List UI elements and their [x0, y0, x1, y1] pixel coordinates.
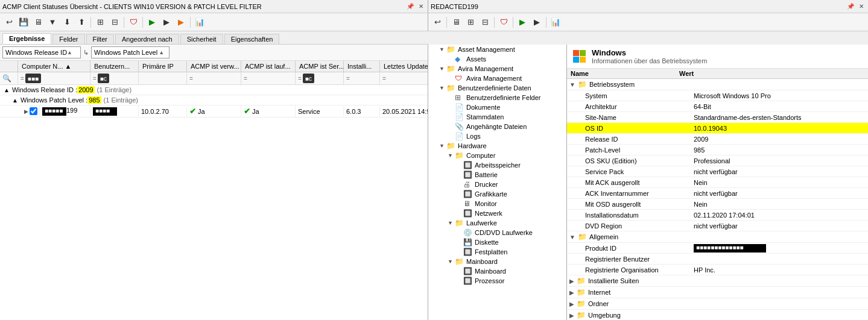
section-internet[interactable]: ▶ 📁 Internet [567, 287, 868, 298]
section-arrow3[interactable]: ▶ [569, 278, 574, 284]
prop-val: Professional [690, 157, 868, 165]
apps-btn[interactable]: ⊟ [108, 16, 121, 29]
tab-angeordnet[interactable]: Angeordnet nach [115, 34, 179, 44]
search-user[interactable]: = ■c [90, 72, 139, 84]
chart-btn[interactable]: 📊 [193, 16, 206, 29]
r-apps-btn[interactable]: ⊟ [478, 16, 492, 29]
network-btn[interactable]: 🖥 [31, 16, 45, 29]
section-arrow5[interactable]: ▶ [569, 301, 574, 307]
tab-ergebnisse[interactable]: Ergebnisse [2, 33, 51, 44]
col-name[interactable]: Computer N... ▲ [18, 61, 90, 72]
filter-release-id[interactable]: Windows Release ID ▲ [2, 46, 81, 58]
tree-assets[interactable]: ◆ Assets [428, 54, 566, 64]
tree-avira[interactable]: 🛡 Avira Management [428, 74, 566, 83]
tree-grafikkarte[interactable]: 🔲 Grafikkarte [428, 189, 566, 199]
tree-laufwerke-folder[interactable]: ▼ 📁 Laufwerke [428, 218, 566, 228]
r-chart-btn[interactable]: 📊 [549, 16, 562, 29]
tree-toggle[interactable]: ▼ [439, 46, 446, 52]
play3-btn[interactable]: ▶ [174, 16, 188, 29]
tree-avira-folder[interactable]: ▼ 📁 Avira Management [428, 64, 566, 74]
section-umgebung[interactable]: ▶ 📁 Umgebung [567, 310, 868, 320]
right-pin-btn[interactable]: 📌 [845, 3, 856, 10]
tree-toggle[interactable]: ▼ [448, 152, 455, 158]
col-ser[interactable]: ACMP ist Ser... [296, 61, 344, 72]
section-betriebssystem[interactable]: ▼ 📁 Betriebssystem [567, 79, 868, 90]
right-close-btn[interactable]: ✕ [857, 3, 866, 10]
tree-toggle[interactable]: ▼ [448, 220, 455, 226]
up-btn[interactable]: ⬆ [75, 16, 88, 29]
search-name[interactable]: = ■■■ [18, 72, 90, 84]
user-pill[interactable]: ■c [98, 74, 109, 83]
tree-scroll[interactable]: ▼ 📁 Asset Management ◆ Assets ▼ 📁 Avira … [428, 45, 566, 320]
tree-angehaengte[interactable]: 📎 Angehängte Dateien [428, 122, 566, 131]
section-arrow2[interactable]: ▼ [569, 234, 575, 240]
tab-sicherheit[interactable]: Sicherheit [180, 34, 223, 44]
r-play-btn[interactable]: ▶ [516, 16, 529, 29]
left-pin-btn[interactable]: 📌 [405, 3, 416, 10]
section-installierte-suiten[interactable]: ▶ 📁 Installierte Suiten [567, 275, 868, 287]
tree-monitor[interactable]: 🖥 Monitor [428, 199, 566, 209]
tree-drucker[interactable]: 🖨 Drucker [428, 180, 566, 189]
group-release-arrow[interactable]: ▲ [4, 87, 10, 93]
r-avira-btn[interactable]: 🛡 [497, 16, 510, 29]
tree-label: Assets [466, 55, 486, 63]
col-lauf[interactable]: ACMP ist lauf... [241, 61, 296, 72]
section-arrow6[interactable]: ▶ [569, 312, 574, 319]
r-network-btn[interactable]: 🖥 [449, 16, 463, 29]
r-undo-btn[interactable]: ↩ [431, 16, 444, 29]
row-expand-arrow[interactable]: ▶ [24, 108, 28, 115]
section-arrow4[interactable]: ▶ [569, 289, 574, 296]
tree-stammdaten[interactable]: 📄 Stammdaten [428, 112, 566, 122]
section-arrow[interactable]: ▼ [569, 81, 575, 88]
tree-benutzer-folder[interactable]: ▼ 📁 Benutzerdefinierte Daten [428, 83, 566, 93]
col-update[interactable]: Letztes Update [380, 61, 428, 72]
table-row[interactable]: ▶ 🖥 ■■■■■199 ■■■■ 10.0.2.70 ✔ Ja ✔ Ja Se… [0, 105, 428, 118]
col-ip[interactable]: Primäre IP [139, 61, 187, 72]
play2-btn[interactable]: ▶ [160, 16, 173, 29]
tree-mainboard-item[interactable]: 🔲 Mainboard [428, 266, 566, 276]
group-release-id[interactable]: ▲ Windows Release ID : 2009 (1 Einträge) [0, 85, 428, 95]
play-btn[interactable]: ▶ [145, 16, 159, 29]
avira-btn[interactable]: 🛡 [127, 16, 140, 29]
filter-btn[interactable]: ▼ [46, 16, 59, 29]
r-grid-btn[interactable]: ⊞ [464, 16, 477, 29]
tree-toggle[interactable]: ▼ [439, 66, 446, 72]
grid-btn[interactable]: ⊞ [93, 16, 107, 29]
tree-asset-management[interactable]: ▼ 📁 Asset Management [428, 45, 566, 54]
tree-toggle[interactable]: ▼ [439, 85, 446, 91]
col-verw[interactable]: ACMP ist verw... [187, 61, 241, 72]
name-pill[interactable]: ■■■ [25, 74, 41, 83]
tree-benutzer-felder[interactable]: ⊞ Benutzerdefinierte Felder [428, 93, 566, 102]
tree-logs[interactable]: 📄 Logs [428, 131, 566, 141]
undo-btn[interactable]: ↩ [2, 16, 16, 29]
down-btn[interactable]: ⬇ [60, 16, 74, 29]
tab-filter[interactable]: Filter [86, 34, 114, 44]
tree-festplatten[interactable]: 🔲 Festplatten [428, 247, 566, 257]
tree-arbeitsspeicher[interactable]: 🔲 Arbeitsspeicher [428, 160, 566, 170]
sub-group-arrow[interactable]: ▲ [12, 97, 18, 104]
r-play2-btn[interactable]: ▶ [530, 16, 543, 29]
col-user[interactable]: Benutzern... [90, 61, 139, 72]
tree-toggle[interactable]: ▼ [448, 259, 455, 265]
sub-group-patch[interactable]: ▲ Windows Patch Level : 985 (1 Einträge) [0, 95, 428, 105]
tree-prozessor[interactable]: 🔲 Prozessor [428, 276, 566, 286]
section-allgemein[interactable]: ▼ 📁 Allgemein [567, 231, 868, 243]
left-close-btn[interactable]: ✕ [417, 3, 425, 10]
tab-eigenschaften[interactable]: Eigenschaften [224, 34, 280, 44]
tree-batterie[interactable]: 🔲 Batterie [428, 170, 566, 180]
save-btn[interactable]: 💾 [17, 16, 30, 29]
tree-toggle[interactable]: ▼ [439, 143, 446, 149]
tree-cddvd[interactable]: 💿 CD/DVD Laufwerke [428, 228, 566, 237]
tab-felder[interactable]: Felder [52, 34, 84, 44]
col-install[interactable]: Installi... [344, 61, 380, 72]
tree-hardware-folder[interactable]: ▼ 📁 Hardware [428, 141, 566, 151]
section-ordner[interactable]: ▶ 📁 Ordner [567, 298, 868, 310]
tree-mainboard-folder[interactable]: ▼ 📁 Mainboard [428, 257, 566, 266]
tree-computer-folder[interactable]: ▼ 📁 Computer [428, 151, 566, 160]
filter-patch-level[interactable]: Windows Patch Level ▲ [91, 46, 169, 58]
row-checkbox[interactable] [30, 107, 37, 115]
tree-dokumente[interactable]: 📄 Dokumente [428, 102, 566, 112]
ser-pill[interactable]: ■c [303, 74, 314, 83]
tree-diskette[interactable]: 💾 Diskette [428, 237, 566, 247]
tree-netzwerk[interactable]: 🔲 Netzwerk [428, 209, 566, 218]
